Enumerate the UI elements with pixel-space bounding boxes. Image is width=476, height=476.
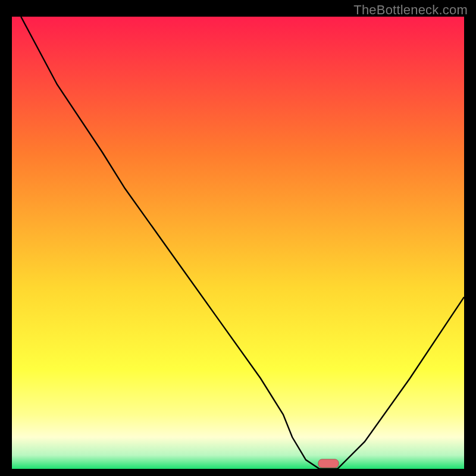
bottleneck-curve <box>21 17 464 469</box>
chart-frame <box>12 17 464 469</box>
watermark-text: TheBottleneck.com <box>353 2 468 18</box>
chart-overlay <box>12 17 464 469</box>
optimal-marker <box>318 459 339 468</box>
